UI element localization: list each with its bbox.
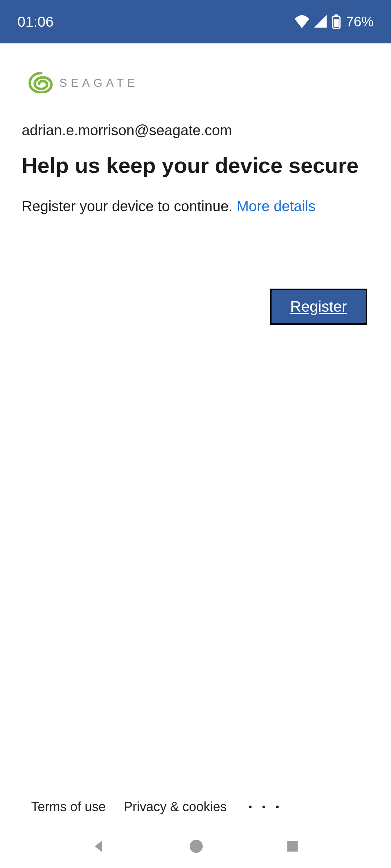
wifi-icon	[294, 15, 310, 28]
subtext-text: Register your device to continue.	[22, 198, 237, 214]
svg-rect-4	[287, 841, 298, 851]
battery-percent: 76%	[346, 14, 374, 30]
main-content: SEAGATE adrian.e.morrison@seagate.com He…	[0, 43, 391, 325]
footer-links: Terms of use Privacy & cookies • • •	[0, 799, 391, 814]
terms-of-use-link[interactable]: Terms of use	[31, 799, 106, 814]
status-right: 76%	[294, 14, 374, 30]
battery-icon	[332, 14, 341, 29]
seagate-swirl-icon	[28, 72, 54, 93]
android-nav-bar	[0, 825, 391, 868]
page-title: Help us keep your device secure	[22, 153, 369, 178]
brand-logo: SEAGATE	[28, 72, 369, 93]
svg-rect-2	[334, 19, 339, 27]
cell-signal-icon	[314, 15, 328, 28]
page-subtext: Register your device to continue. More d…	[22, 196, 369, 216]
svg-point-3	[190, 840, 203, 853]
privacy-cookies-link[interactable]: Privacy & cookies	[124, 799, 227, 814]
user-email: adrian.e.morrison@seagate.com	[22, 122, 369, 139]
home-button[interactable]	[188, 838, 205, 855]
register-button-wrap: Register	[22, 289, 369, 325]
register-button[interactable]: Register	[270, 289, 367, 325]
brand-name: SEAGATE	[59, 76, 139, 90]
more-options-button[interactable]: • • •	[245, 801, 283, 813]
more-details-link[interactable]: More details	[237, 198, 316, 214]
back-button[interactable]	[91, 838, 108, 855]
status-bar: 01:06 76%	[0, 0, 391, 43]
recents-button[interactable]	[285, 838, 300, 854]
status-time: 01:06	[17, 14, 54, 30]
